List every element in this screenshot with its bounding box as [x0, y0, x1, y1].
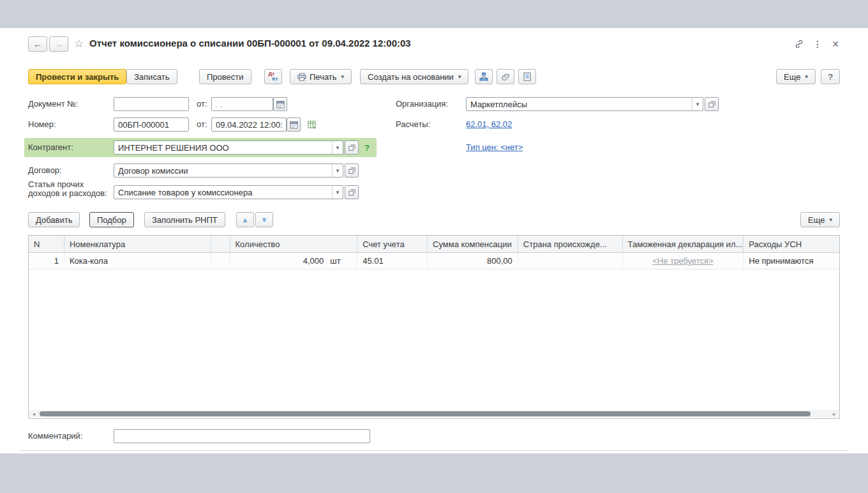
customs-declaration-link[interactable]: <Не требуется> — [652, 256, 713, 266]
cell-nomenclature[interactable]: Кока-кола — [64, 253, 211, 269]
organization-select[interactable]: Маркетплейсы ▾ — [466, 97, 703, 111]
arrow-down-icon: ▼ — [261, 216, 268, 224]
add-row-label: Добавить — [36, 215, 72, 225]
contract-select[interactable]: Договор комиссии ▾ — [114, 163, 343, 178]
col-header-quantity[interactable]: Количество — [230, 236, 358, 252]
col-header-blank[interactable] — [211, 236, 230, 252]
page-title: Отчет комиссионера о списании 00БП-00000… — [89, 38, 411, 49]
close-icon: ✕ — [832, 39, 839, 49]
contractor-help-button[interactable]: ? — [361, 140, 373, 155]
get-link-button[interactable] — [792, 37, 806, 51]
contractor-select[interactable]: ИНТЕРНЕТ РЕШЕНИЯ ООО ▾ — [114, 140, 343, 155]
contractor-open-button[interactable] — [345, 140, 359, 155]
price-type-link[interactable]: Тип цен: <нет> — [466, 140, 523, 155]
report-structure-button[interactable] — [475, 69, 493, 84]
doc-date-input[interactable]: . . — [211, 97, 273, 111]
toolbar-more-button[interactable]: Еще ▾ — [776, 69, 816, 84]
open-in-new-icon — [708, 101, 715, 108]
post-button[interactable]: Провести — [199, 69, 251, 84]
post-and-close-button[interactable]: Провести и закрыть — [28, 69, 126, 84]
cell-blank[interactable] — [211, 253, 230, 269]
show-postings-button[interactable]: ДтКт — [264, 69, 282, 84]
table-row[interactable]: 1 Кока-кола 4,000 шт 45.01 800,00 <Не тр… — [29, 253, 839, 269]
pick-label: Подбор — [97, 215, 126, 225]
date-input[interactable]: 09.04.2022 12:00:03 — [211, 118, 287, 132]
spreadsheet-edit-icon — [308, 121, 317, 129]
doc-no-label: Документ №: — [28, 97, 79, 111]
col-header-customs-declaration[interactable]: Таможенная декларация ил... — [623, 236, 744, 252]
chevron-down-icon[interactable]: ▾ — [692, 98, 703, 110]
col-header-compensation[interactable]: Сумма компенсации — [428, 236, 518, 252]
move-row-up-button[interactable]: ▲ — [236, 212, 254, 227]
col-header-country[interactable]: Страна происхожде... — [518, 236, 623, 252]
more-label: Еще — [784, 72, 800, 82]
cell-compensation[interactable]: 800,00 — [428, 253, 518, 269]
table-more-button[interactable]: Еще ▾ — [800, 212, 840, 227]
write-button[interactable]: Записать — [126, 69, 177, 84]
horizontal-scrollbar-thumb[interactable] — [40, 411, 811, 416]
organization-open-button[interactable] — [705, 97, 719, 111]
number-value: 00БП-000001 — [118, 120, 184, 130]
items-table: N Номенклатура Количество Счет учета Сум… — [28, 235, 840, 419]
favorite-star-icon[interactable]: ☆ — [74, 37, 84, 50]
organization-value: Маркетплейсы — [470, 100, 689, 109]
cell-country[interactable] — [518, 253, 623, 269]
chevron-down-icon: ▾ — [458, 73, 461, 80]
doc-date-value: . . — [216, 100, 269, 109]
fill-rnpt-button[interactable]: Заполнить РНПТ — [144, 212, 225, 227]
date-calendar-button[interactable] — [287, 118, 301, 132]
print-button[interactable]: Печать ▾ — [290, 69, 352, 84]
help-button[interactable]: ? — [821, 69, 840, 84]
comment-input[interactable] — [114, 429, 370, 443]
organization-label: Организация: — [396, 97, 448, 111]
expense-item-select[interactable]: Списание товаров у комиссионера ▾ — [114, 185, 343, 199]
settlements-link[interactable]: 62.01, 62.02 — [466, 118, 512, 132]
col-header-nomenclature[interactable]: Номенклатура — [64, 236, 211, 252]
table-header-row: N Номенклатура Количество Счет учета Сум… — [29, 236, 839, 253]
col-header-account[interactable]: Счет учета — [357, 236, 428, 252]
chevron-down-icon[interactable]: ▾ — [332, 141, 343, 154]
vertical-dots-icon: ⋮ — [813, 39, 822, 49]
scroll-right-icon[interactable]: ▸ — [830, 411, 839, 417]
doc-no-input[interactable] — [114, 97, 189, 111]
contract-value: Договор комиссии — [118, 166, 329, 176]
printer-icon — [297, 73, 306, 81]
close-button[interactable]: ✕ — [828, 37, 842, 51]
cell-account[interactable]: 45.01 — [357, 253, 428, 269]
forward-button[interactable]: → — [49, 36, 68, 52]
pick-button[interactable]: Подбор — [89, 212, 134, 227]
number-input[interactable]: 00БП-000001 — [114, 118, 189, 132]
add-row-button[interactable]: Добавить — [28, 212, 80, 227]
contract-open-button[interactable] — [345, 163, 359, 178]
expense-item-open-button[interactable] — [345, 185, 359, 199]
back-arrow-icon: ← — [33, 39, 42, 49]
window-menu-button[interactable]: ⋮ — [811, 37, 825, 51]
chevron-down-icon[interactable]: ▾ — [332, 164, 343, 177]
cell-n[interactable]: 1 — [29, 253, 64, 269]
create-based-on-label: Создать на основании — [368, 72, 454, 82]
move-row-down-button[interactable]: ▼ — [255, 212, 273, 227]
doc-date-calendar-button[interactable] — [273, 97, 287, 111]
cell-customs-declaration[interactable]: <Не требуется> — [623, 253, 744, 269]
col-header-n[interactable]: N — [29, 236, 64, 252]
related-documents-button[interactable] — [518, 69, 536, 84]
horizontal-scrollbar[interactable]: ◂ ▸ — [29, 410, 839, 418]
expense-item-label: Статья прочих доходов и расходов: — [28, 180, 107, 198]
cell-usn-expenses[interactable]: Не принимаются — [744, 253, 839, 269]
col-header-usn-expenses[interactable]: Расходы УСН — [744, 236, 839, 252]
create-based-on-button[interactable]: Создать на основании ▾ — [360, 69, 468, 84]
settlements-label: Расчеты: — [396, 118, 430, 132]
change-number-button[interactable] — [304, 118, 320, 132]
attachments-button[interactable] — [497, 69, 514, 84]
date-value: 09.04.2022 12:00:03 — [216, 120, 282, 130]
cell-quantity[interactable]: 4,000 шт — [230, 253, 358, 269]
postings-dtkt-icon: ДтКт — [269, 72, 278, 82]
back-button[interactable]: ← — [28, 36, 47, 52]
document-list-icon — [523, 72, 531, 81]
contractor-value: ИНТЕРНЕТ РЕШЕНИЯ ООО — [118, 143, 329, 153]
open-in-new-icon — [348, 189, 355, 196]
quantity-value: 4,000 — [236, 256, 324, 266]
chevron-down-icon: ▾ — [341, 73, 345, 80]
scroll-left-icon[interactable]: ◂ — [29, 411, 38, 417]
chevron-down-icon[interactable]: ▾ — [332, 186, 343, 199]
